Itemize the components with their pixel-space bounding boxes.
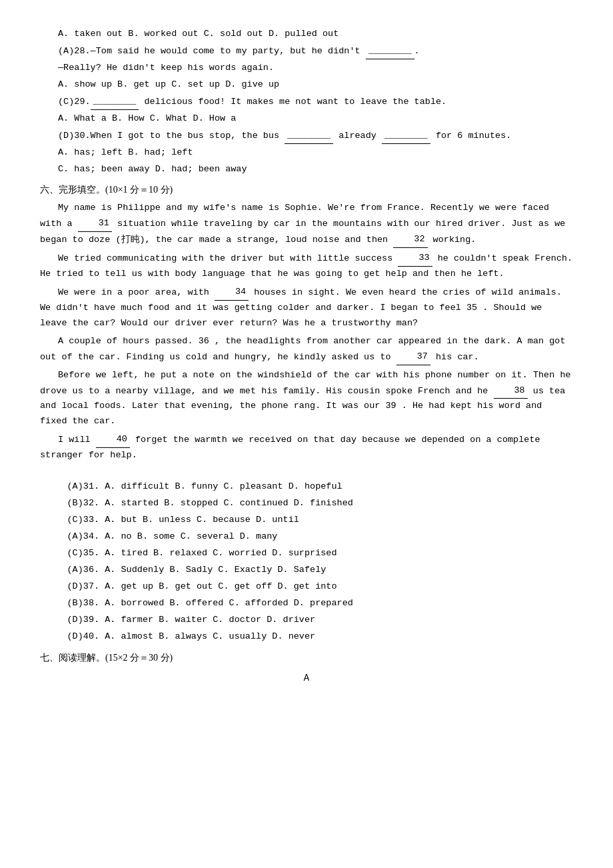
content-line-2: —Really? He didn't keep his words again. [40, 61, 573, 76]
content-line-11: We tried communicating with the driver b… [40, 251, 573, 282]
content-line-19: (C)33. A. but B. unless C. because D. un… [40, 513, 573, 528]
content-line-5: A. What a B. How C. What D. How a [40, 111, 573, 127]
content-line-7: A. has; left B. had; left [40, 145, 573, 161]
content-line-9: 六、完形填空。(10×1 分＝10 分) [40, 182, 573, 198]
content-line-21: (C)35. A. tired B. relaxed C. worried D.… [40, 546, 573, 561]
content-line-3: A. show up B. get up C. set up D. give u… [40, 77, 573, 93]
content-line-25: (D)39. A. farmer B. waiter C. doctor D. … [40, 613, 573, 628]
content-line-0: A. taken out B. worked out C. sold out D… [40, 27, 573, 42]
content-line-24: (B)38. A. borrowed B. offered C. afforde… [40, 596, 573, 611]
content-line-8: C. has; been away D. had; been away [40, 162, 573, 177]
content-line-27: 七、阅读理解。(15×2 分＝30 分) [40, 650, 573, 666]
content-line-16 [40, 466, 573, 479]
content-line-17: (A)31. A. difficult B. funny C. pleasant… [40, 479, 573, 495]
content-line-1: (A)28.—Tom said he would come to my part… [40, 43, 573, 59]
content-line-6: (D)30.When I got to the bus stop, the bu… [40, 128, 573, 144]
content-line-10: My name is Philippe and my wife's name i… [40, 201, 573, 248]
content-line-20: (A)34. A. no B. some C. several D. many [40, 529, 573, 545]
content-line-18: (B)32. A. started B. stopped C. continue… [40, 496, 573, 511]
content-line-14: Before we left, he put a note on the win… [40, 368, 573, 430]
content-line-22: (A)36. A. Suddenly B. Sadly C. Exactly D… [40, 563, 573, 578]
content-line-4: (C)29.________ delicious food! It makes … [40, 94, 573, 110]
content-line-23: (D)37. A. get up B. get out C. get off D… [40, 579, 573, 595]
content-line-15: I will 40 forget the warmth we received … [40, 432, 573, 463]
content-line-13: A couple of hours passed. 36 , the headl… [40, 334, 573, 365]
page-content: A. taken out B. worked out C. sold out D… [40, 27, 573, 687]
content-line-26: (D)40. A. almost B. always C. usually D.… [40, 629, 573, 645]
content-line-12: We were in a poor area, with 34 houses i… [40, 285, 573, 331]
content-line-28: A [40, 671, 573, 687]
